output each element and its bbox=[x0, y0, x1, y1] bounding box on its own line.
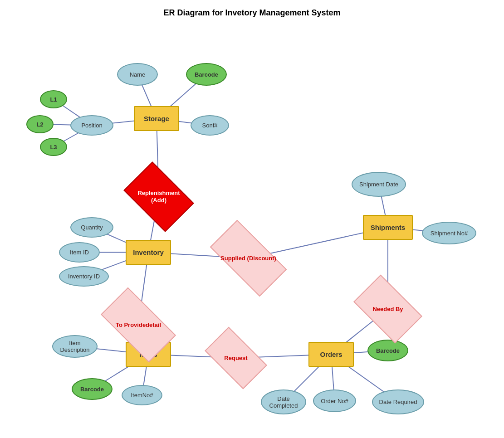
attribute-quantity: Quantity bbox=[70, 217, 113, 238]
relationship-supplied: Supplied (Discount) bbox=[213, 239, 284, 277]
attribute-inventoryid: Inventory ID bbox=[59, 266, 109, 287]
attribute-orderno: Order No# bbox=[313, 389, 356, 412]
entity-storage: Storage bbox=[134, 106, 179, 131]
attribute-l2: L2 bbox=[26, 115, 54, 133]
attribute-name: Name bbox=[117, 63, 158, 86]
entity-shipments: Shipments bbox=[363, 215, 413, 240]
attribute-shipmentno: Shipment No# bbox=[422, 222, 476, 244]
attribute-l1: L1 bbox=[40, 90, 67, 108]
attribute-l3: L3 bbox=[40, 138, 67, 156]
attribute-itemid: Item ID bbox=[59, 242, 100, 263]
attribute-daterequired: Date Required bbox=[372, 389, 424, 414]
attribute-barcode_items: Barcode bbox=[72, 378, 113, 400]
entity-orders: Orders bbox=[308, 342, 354, 367]
attribute-itemdesc: Item Description bbox=[52, 335, 98, 358]
attribute-itemno: ItemNo# bbox=[122, 385, 162, 405]
attribute-shipmentdate: Shipment Date bbox=[352, 172, 406, 197]
attribute-barcode_storage: Barcode bbox=[186, 63, 227, 86]
page-title: ER Diagram for Invetory Management Syste… bbox=[0, 0, 504, 18]
relationship-replenishment: Replenishment (Add) bbox=[129, 176, 188, 217]
attribute-sonf: Sonf# bbox=[191, 115, 229, 136]
attribute-datecompleted: Date Completed bbox=[261, 389, 306, 414]
entity-inventory: Inventory bbox=[126, 240, 171, 265]
relationship-request: Request bbox=[209, 341, 263, 375]
relationship-neededby: Needed By bbox=[358, 290, 417, 328]
attribute-position: Position bbox=[70, 115, 113, 136]
relationship-toprovide: To Providedetail bbox=[104, 306, 172, 344]
attribute-barcode_orders: Barcode bbox=[367, 340, 408, 361]
